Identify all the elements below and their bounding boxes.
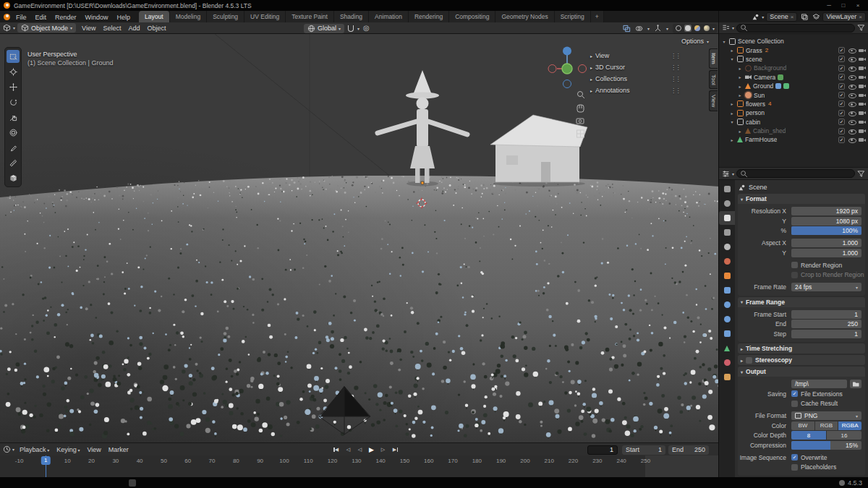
disable-render-toggle[interactable] (859, 47, 866, 53)
panel-header-time-stretching[interactable]: ▸Time Stretching (738, 343, 865, 354)
panel-header-stereoscopy[interactable]: ▸Stereoscopy (738, 355, 865, 365)
workspace-tab-compositing[interactable]: Compositing (449, 11, 495, 22)
y-field[interactable]: 1080 px (791, 217, 861, 226)
gizmo-x-axis[interactable] (579, 65, 587, 73)
disable-render-toggle[interactable] (859, 74, 866, 80)
caret-open-icon[interactable]: ▾ (729, 56, 735, 61)
properties-breadcrumb[interactable]: Scene (738, 182, 865, 192)
stereoscopy-enable-checkbox[interactable] (746, 357, 752, 364)
hide-viewport-toggle[interactable] (848, 65, 856, 72)
snap-caret-icon[interactable]: ▾ (357, 26, 359, 31)
properties-tab-constraints[interactable] (719, 327, 735, 341)
workspace-tab-geometry-nodes[interactable]: Geometry Nodes (495, 11, 554, 22)
properties-tab-view-layer[interactable] (719, 226, 735, 239)
hide-viewport-toggle[interactable] (848, 47, 856, 53)
properties-tab-world[interactable] (719, 254, 735, 268)
disable-render-toggle[interactable] (859, 65, 866, 72)
scene-unlink-icon[interactable]: × (791, 14, 794, 20)
selectable-toggle[interactable]: ✓ (838, 56, 845, 62)
outliner-row-scene[interactable]: ▾scene✓ (719, 55, 868, 64)
outliner-row-flowers[interactable]: ▸flowers4✓ (719, 100, 868, 108)
workspace-tab-scripting[interactable]: Scripting (555, 11, 591, 22)
add-workspace-button[interactable]: + (591, 11, 604, 22)
outliner-row-ground[interactable]: ▸Ground✓ (719, 82, 868, 90)
drag-handle-icon[interactable]: ⋮⋮ (671, 64, 680, 71)
color-option-bw[interactable]: BW (791, 421, 814, 430)
mode-select[interactable]: Object Mode ▾ (17, 23, 76, 33)
selectable-toggle[interactable]: ✓ (838, 137, 845, 143)
disable-render-toggle[interactable] (859, 119, 866, 125)
play-reverse-button[interactable]: ◁ (354, 445, 365, 455)
tool-transform[interactable] (7, 126, 20, 139)
filter-icon[interactable] (857, 24, 865, 32)
menu-render[interactable]: Render (51, 12, 81, 22)
viewport-menu-add[interactable]: Add (124, 25, 143, 32)
editor-type-icon[interactable] (3, 24, 11, 32)
selectable-toggle[interactable]: ✓ (838, 128, 845, 134)
render-region-checkbox[interactable] (791, 262, 798, 268)
disable-render-toggle[interactable] (859, 100, 866, 107)
outliner-row-grass[interactable]: ▸Grass2✓ (719, 46, 868, 54)
timeline-menu-marker[interactable]: Marker (105, 446, 132, 453)
outliner-editor-caret-icon[interactable]: ▾ (732, 25, 734, 30)
timeline-ruler[interactable]: -100102030405060708090100110120130140150… (0, 455, 719, 477)
outliner-row-cabin-shed[interactable]: ▸Cabin_shed✓ (719, 127, 868, 135)
end-field[interactable]: 250 (791, 320, 861, 328)
editor-divider[interactable] (718, 11, 719, 477)
crop-to-render-region-checkbox[interactable] (791, 272, 798, 278)
hide-viewport-toggle[interactable] (848, 119, 856, 125)
xray-toggle-icon[interactable] (623, 25, 631, 33)
gizmo-z-neg-axis[interactable] (563, 80, 571, 88)
drag-handle-icon[interactable]: ⋮⋮ (671, 76, 680, 82)
hide-viewport-toggle[interactable] (848, 128, 856, 134)
resolution-x-field[interactable]: 1920 px (791, 207, 861, 215)
timeline-editor-icon[interactable] (3, 445, 11, 453)
outliner-row-cabin[interactable]: ▾cabin✓ (719, 118, 868, 127)
panel-header-output[interactable]: ▾Output (738, 367, 865, 377)
drag-handle-icon[interactable]: ⋮⋮ (671, 87, 680, 94)
frame-start-field[interactable]: Start1 (622, 445, 665, 455)
item-field[interactable]: 100% (791, 226, 861, 235)
outliner-editor-icon[interactable] (722, 24, 730, 32)
properties-editor-caret-icon[interactable]: ▾ (732, 171, 734, 176)
workspace-tab-layout[interactable]: Layout (139, 11, 170, 22)
workspace-tab-sculpting[interactable]: Sculpting (207, 11, 244, 22)
hide-viewport-toggle[interactable] (848, 56, 856, 62)
color-option-rgb[interactable]: RGB (815, 421, 838, 430)
tool-select-box[interactable] (7, 50, 20, 63)
hide-viewport-toggle[interactable] (848, 83, 856, 90)
tool-options-dropdown[interactable]: Options ▾ (681, 38, 709, 45)
properties-tab-output[interactable] (719, 211, 735, 225)
menu-help[interactable]: Help (113, 12, 135, 22)
menu-window[interactable]: Window (81, 12, 113, 22)
editor-type-caret-icon[interactable]: ▾ (13, 25, 15, 30)
file-format-dropdown[interactable]: PNG▾ (791, 411, 861, 420)
sidebar-tab-item[interactable]: Item (709, 48, 718, 69)
jump-to-start-button[interactable]: ◀ (331, 445, 342, 455)
close-button[interactable]: × (851, 2, 864, 9)
tool-measure[interactable] (7, 156, 20, 169)
gizmos-icon[interactable] (654, 25, 662, 33)
gizmo-z-axis[interactable] (563, 47, 571, 56)
disable-render-toggle[interactable] (859, 56, 866, 62)
disable-render-toggle[interactable] (859, 110, 866, 116)
gizmo-y-axis[interactable] (562, 64, 572, 74)
disable-render-toggle[interactable] (859, 137, 866, 143)
viewlayer-remove-icon[interactable]: × (859, 14, 862, 20)
y-field[interactable]: 1.000 (791, 249, 861, 257)
tool-add-cube[interactable] (7, 171, 20, 184)
menu-edit[interactable]: Edit (31, 12, 51, 22)
proportional-edit-icon[interactable]: ◎ (363, 25, 370, 32)
frame-end-field[interactable]: End250 (668, 445, 709, 455)
shading-solid-button[interactable] (684, 25, 692, 32)
tool-scale[interactable] (7, 111, 20, 124)
gizmo-x-neg-axis[interactable] (548, 65, 556, 73)
hide-viewport-toggle[interactable] (848, 74, 856, 80)
timeline-menu-playback[interactable]: Playback ▾ (16, 446, 53, 453)
shading-rendered-button[interactable] (703, 25, 710, 32)
viewport-menu-object[interactable]: Object (143, 25, 169, 32)
viewlayer-selector[interactable]: ViewLayer × (822, 12, 866, 22)
workspace-tab-modeling[interactable]: Modeling (170, 11, 208, 22)
viewport-3d[interactable]: User Perspective (1) Scene Collection | … (0, 34, 719, 442)
selectable-toggle[interactable]: ✓ (838, 47, 845, 53)
